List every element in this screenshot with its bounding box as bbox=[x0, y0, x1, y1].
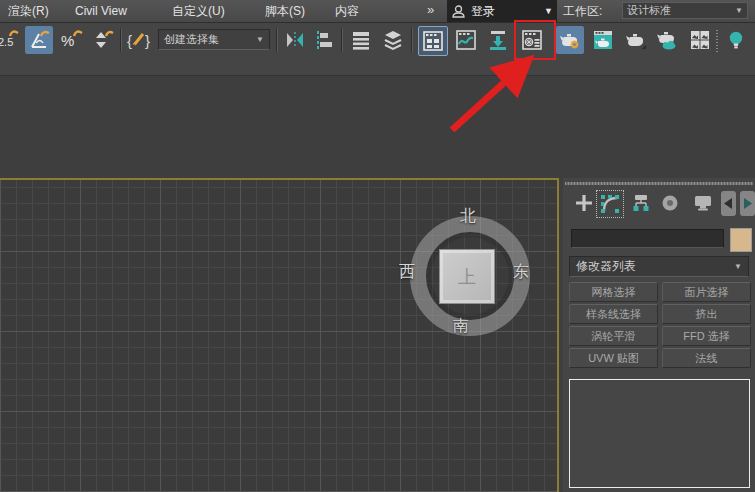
tab-create[interactable] bbox=[571, 190, 597, 216]
toolbar-separator bbox=[120, 28, 122, 52]
svg-text:2.5: 2.5 bbox=[0, 36, 13, 48]
user-icon bbox=[451, 4, 466, 19]
menu-content[interactable]: 内容 bbox=[335, 0, 359, 22]
modifier-list-label: 修改器列表 bbox=[576, 258, 734, 275]
modifier-button-normal[interactable]: 法线 bbox=[662, 348, 751, 368]
compass-east-label[interactable]: 东 bbox=[513, 262, 529, 283]
curve-editor-button[interactable] bbox=[452, 26, 480, 54]
modifier-button-spline-select[interactable]: 样条线选择 bbox=[569, 304, 658, 324]
modify-arc-icon bbox=[600, 194, 620, 214]
workspace-label: 工作区: bbox=[563, 0, 602, 22]
application-window: 渲染(R) Civil View 自定义(U) 脚本(S) 内容 » 登录 ▼ … bbox=[0, 0, 755, 492]
menu-civil-view[interactable]: Civil View bbox=[75, 0, 127, 22]
rendered-frame-window-button[interactable] bbox=[589, 26, 617, 54]
render-in-cloud-button[interactable] bbox=[653, 26, 681, 54]
named-selection-set-dropdown[interactable]: 创建选择集 ▼ bbox=[158, 29, 270, 50]
chevron-down-icon: ▼ bbox=[256, 35, 264, 44]
menu-scripting[interactable]: 脚本(S) bbox=[265, 0, 305, 22]
toolbar-separator bbox=[411, 28, 413, 52]
dock-area bbox=[0, 76, 755, 178]
toggle-scene-explorer-button[interactable] bbox=[379, 26, 407, 54]
object-name-field[interactable] bbox=[571, 229, 724, 248]
object-color-swatch[interactable] bbox=[730, 228, 752, 252]
panel-scroll-left-button[interactable] bbox=[721, 191, 736, 216]
render-setup-button[interactable] bbox=[556, 26, 584, 54]
snap-toggle-2-5-button[interactable]: 2.5 bbox=[0, 26, 22, 54]
spinner-snap-toggle-button[interactable] bbox=[89, 26, 117, 54]
motion-wheel-icon bbox=[660, 193, 680, 213]
chevron-down-icon: ▼ bbox=[735, 6, 743, 15]
command-panel: 修改器列表 ▼ 网格选择 面片选择 样条线选择 挤出 涡轮平滑 FFD 选择 U… bbox=[563, 178, 755, 492]
tab-modify[interactable] bbox=[596, 190, 624, 218]
highlight-rectangle bbox=[514, 20, 556, 60]
menu-customize[interactable]: 自定义(U) bbox=[172, 0, 225, 22]
plus-icon bbox=[574, 193, 594, 213]
viewcube[interactable]: 上 bbox=[439, 249, 495, 304]
toolbar-separator bbox=[276, 28, 278, 52]
toolbar-separator-dotted bbox=[716, 28, 718, 52]
named-selection-set-value: 创建选择集 bbox=[164, 32, 256, 47]
angle-snap-toggle-button[interactable] bbox=[25, 26, 53, 54]
tab-hierarchy[interactable] bbox=[628, 190, 654, 216]
monitor-icon bbox=[693, 193, 713, 213]
chevron-down-icon: ▼ bbox=[734, 262, 742, 271]
schematic-view-button[interactable] bbox=[484, 26, 512, 54]
percent-snap-toggle-button[interactable]: % bbox=[57, 26, 85, 54]
tab-display[interactable] bbox=[690, 190, 716, 216]
svg-text:}: } bbox=[145, 32, 150, 49]
a360-gallery-button[interactable] bbox=[686, 26, 714, 54]
modifier-button-mesh-select[interactable]: 网格选择 bbox=[569, 282, 658, 302]
toggle-layer-explorer-button[interactable] bbox=[347, 26, 375, 54]
mirror-button[interactable] bbox=[281, 26, 309, 54]
toolbar-separator bbox=[341, 28, 343, 52]
panel-scroll-right-button[interactable] bbox=[740, 191, 755, 216]
sign-in-dropdown[interactable]: 登录 ▼ bbox=[447, 0, 557, 22]
align-button[interactable] bbox=[309, 26, 337, 54]
workspace-dropdown[interactable]: 设计标准 ▼ bbox=[622, 2, 748, 19]
modifier-button-extrude[interactable]: 挤出 bbox=[662, 304, 751, 324]
default-lights-button[interactable] bbox=[722, 26, 750, 54]
modifier-list-dropdown[interactable]: 修改器列表 ▼ bbox=[569, 256, 749, 277]
panel-drag-grip[interactable] bbox=[565, 182, 753, 185]
modifier-button-uvw-map[interactable]: UVW 贴图 bbox=[569, 348, 658, 368]
svg-text:%: % bbox=[61, 32, 74, 49]
modifier-button-patch-select[interactable]: 面片选择 bbox=[662, 282, 751, 302]
chevron-down-icon: ▼ bbox=[544, 6, 553, 16]
compass-south-label[interactable]: 南 bbox=[453, 316, 469, 337]
modifier-button-ffd-select[interactable]: FFD 选择 bbox=[662, 326, 751, 346]
svg-text:{: { bbox=[127, 32, 132, 49]
hierarchy-tree-icon bbox=[631, 193, 651, 213]
modifier-button-turbosmooth[interactable]: 涡轮平滑 bbox=[569, 326, 658, 346]
viewport-top-view[interactable]: 上 北 南 西 东 bbox=[0, 178, 559, 492]
tab-motion[interactable] bbox=[657, 190, 683, 216]
menu-bar: 渲染(R) Civil View 自定义(U) 脚本(S) 内容 » 登录 ▼ … bbox=[0, 0, 755, 23]
render-production-button[interactable] bbox=[621, 26, 649, 54]
modifier-stack-list[interactable] bbox=[569, 379, 750, 488]
compass-west-label[interactable]: 西 bbox=[399, 262, 415, 283]
workspace-value: 设计标准 bbox=[627, 3, 735, 18]
main-toolbar: 2.5 % {} 创建选择集 ▼ bbox=[0, 23, 755, 76]
edit-named-selection-sets-button[interactable]: {} bbox=[124, 26, 154, 54]
menu-overflow-chevron-icon[interactable]: » bbox=[427, 0, 434, 22]
toggle-ribbon-button[interactable] bbox=[418, 26, 448, 56]
compass-north-label[interactable]: 北 bbox=[460, 206, 476, 227]
viewcube-top-label: 上 bbox=[458, 265, 476, 289]
menu-render[interactable]: 渲染(R) bbox=[8, 0, 49, 22]
sign-in-label: 登录 bbox=[471, 3, 539, 20]
